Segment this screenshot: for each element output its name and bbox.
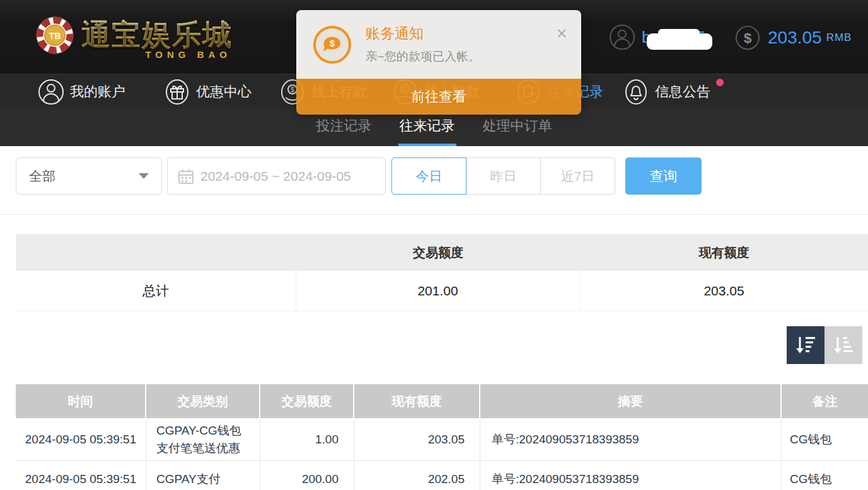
modal-message: 亲~您的款项已入帐。 (366, 48, 480, 65)
sort-ascending-button[interactable] (825, 326, 862, 364)
modal-title: 账务通知 (366, 24, 480, 43)
user-avatar-icon (609, 24, 635, 50)
col-header-balance: 现有额度 (354, 384, 480, 418)
balance-currency: RMB (826, 31, 852, 44)
col-header-type: 交易类别 (146, 384, 260, 418)
cell-remark: CG钱包 (782, 461, 868, 490)
account-notice-modal: $ 账务通知 亲~您的款项已入帐。 × 前往查看 (296, 10, 581, 115)
cell-summary: 单号:202409053718393859 (480, 461, 782, 490)
svg-text:$: $ (291, 86, 294, 93)
summary-header-empty (16, 234, 296, 271)
user-account[interactable]: b5 (609, 24, 705, 50)
sort-controls (787, 326, 862, 364)
summary-total-label: 总计 (16, 271, 296, 311)
svg-text:$: $ (744, 30, 752, 46)
username-redaction (647, 33, 712, 50)
yesterday-button[interactable]: 昨日 (466, 157, 541, 195)
sort-ascending-icon (831, 333, 855, 357)
col-header-remark: 备注 (782, 384, 868, 418)
summary-total-balance: 203.05 (580, 271, 868, 311)
caret-down-icon (139, 173, 149, 179)
nav-item-my-account[interactable]: 我的账户 (38, 74, 125, 109)
go-view-button[interactable]: 前往查看 (296, 79, 581, 115)
sort-descending-button[interactable] (787, 326, 825, 364)
table-row: 2024-09-05 05:39:51 CGPAY-CG钱包支付笔笔送优惠 1.… (16, 418, 868, 461)
col-header-amount: 交易额度 (260, 384, 354, 418)
balance: $ 203.05 RMB (735, 25, 852, 50)
quick-date-buttons: 今日 昨日 近7日 (391, 157, 615, 195)
money-chat-icon: $ (313, 25, 352, 64)
summary-total-transaction: 201.00 (296, 271, 580, 311)
cell-balance: 203.05 (354, 418, 480, 460)
dollar-coin-icon: $ (735, 25, 760, 50)
summary-total-row: 总计 201.00 203.05 (16, 271, 868, 311)
gift-icon (164, 79, 190, 105)
cell-balance: 202.05 (354, 461, 480, 490)
summary-header-balance: 现有额度 (580, 234, 868, 271)
cell-time: 2024-09-05 05:39:51 (16, 461, 146, 490)
col-header-time: 时间 (16, 384, 146, 418)
cell-time: 2024-09-05 05:39:51 (16, 418, 146, 460)
cell-amount: 1.00 (260, 418, 354, 460)
user-icon (38, 79, 64, 105)
svg-text:$: $ (330, 38, 335, 48)
type-select[interactable]: 全部 (16, 157, 162, 195)
notification-dot-badge (716, 79, 724, 86)
search-button[interactable]: 查询 (625, 157, 702, 195)
brand-logo[interactable]: TB 通宝娱乐城 TONG BAO (35, 15, 233, 55)
calendar-icon (178, 168, 194, 185)
svg-text:TB: TB (49, 31, 61, 41)
username: b5 (642, 28, 705, 47)
records-header-row: 时间 交易类别 交易额度 现有额度 摘要 备注 (16, 384, 868, 418)
sort-descending-icon (794, 333, 818, 357)
cell-amount: 200.00 (260, 461, 354, 490)
last7days-button[interactable]: 近7日 (540, 157, 615, 195)
cell-summary: 单号:202409053718393859 (480, 418, 782, 460)
date-range-input[interactable]: 2024-09-05 ~ 2024-09-05 (167, 157, 386, 195)
section-divider (0, 214, 868, 215)
summary-table: 交易额度 现有额度 总计 201.00 203.05 (16, 234, 868, 311)
filter-bar: 全部 2024-09-05 ~ 2024-09-05 今日 昨日 近7日 查询 (0, 146, 868, 214)
nav-item-announcements[interactable]: 信息公告 (623, 74, 710, 109)
records-table: 时间 交易类别 交易额度 现有额度 摘要 备注 2024-09-05 05:39… (16, 384, 868, 490)
summary-header-row: 交易额度 现有额度 (16, 234, 868, 271)
page: TB 通宝娱乐城 TONG BAO b5 $ 203.05 (0, 0, 868, 490)
cell-type: CGPAY支付 (146, 461, 260, 490)
nav-item-promotions[interactable]: 优惠中心 (164, 74, 252, 109)
table-row: 2024-09-05 05:39:51 CGPAY支付 200.00 202.0… (16, 461, 868, 490)
close-icon[interactable]: × (556, 24, 567, 43)
summary-header-transaction: 交易额度 (296, 234, 580, 271)
casino-chip-icon: TB (35, 15, 75, 55)
col-header-summary: 摘要 (480, 384, 782, 418)
cell-remark: CG钱包 (782, 418, 868, 460)
bell-icon (623, 79, 649, 105)
balance-amount: 203.05 (768, 28, 822, 48)
today-button[interactable]: 今日 (391, 157, 466, 195)
brand-subtitle: TONG BAO (145, 49, 231, 60)
cell-type: CGPAY-CG钱包支付笔笔送优惠 (146, 418, 260, 460)
